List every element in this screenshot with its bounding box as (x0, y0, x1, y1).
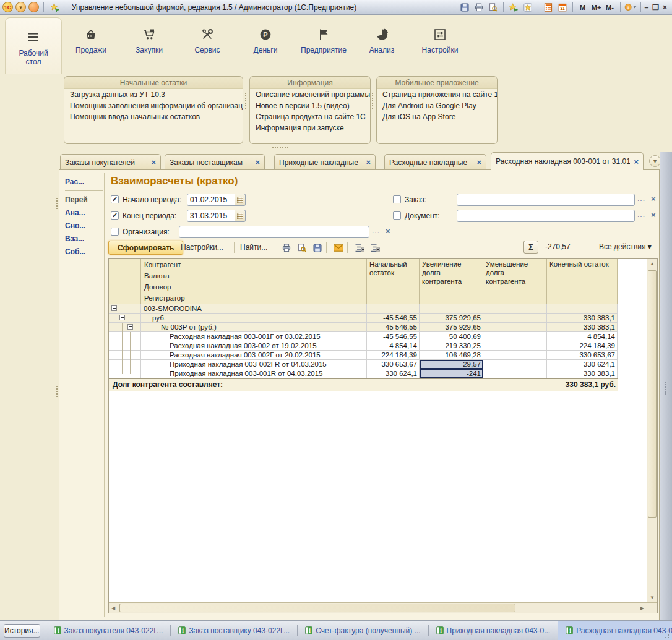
settings-button[interactable]: Настройки... (181, 243, 223, 252)
cell-value[interactable]: 375 929,65 (420, 314, 483, 323)
minimize-icon[interactable]: – (645, 3, 649, 12)
history-button[interactable]: История... (4, 624, 40, 638)
app-logo-icon[interactable]: 1С (2, 2, 13, 12)
table-row[interactable]: № 003Р от (руб.)-45 546,55375 929,65330 … (109, 323, 618, 332)
document-clear-icon[interactable]: × (651, 210, 656, 220)
cell-value[interactable] (483, 351, 547, 360)
tab-close-icon[interactable]: × (476, 158, 481, 166)
collapse-groups-icon[interactable] (353, 241, 366, 254)
order-clear-icon[interactable]: × (651, 194, 656, 203)
ribbon-section-service[interactable]: Сервис (178, 17, 236, 74)
tab-2[interactable]: Заказы поставщикам× (165, 154, 265, 170)
favorites-icon[interactable] (522, 2, 534, 13)
tab-5[interactable]: Расходная накладная 003-001 от 31.01....… (491, 152, 644, 170)
ribbon-section-analysis[interactable]: Анализ (353, 17, 411, 74)
panel-link[interactable]: Помощник ввода начальных остатков (64, 111, 243, 122)
close-icon[interactable]: × (663, 3, 667, 12)
panel-link[interactable]: Информация при запуске (250, 122, 370, 134)
document-input[interactable] (457, 210, 635, 222)
cell-value[interactable]: 330 383,1 (547, 323, 618, 332)
splitter-handle[interactable] (245, 93, 246, 109)
cell-value[interactable]: 330 653,67 (547, 351, 618, 360)
cell-value[interactable]: 224 184,39 (367, 351, 420, 360)
cell-value[interactable] (547, 304, 618, 314)
maximize-icon[interactable]: ❐ (652, 3, 659, 12)
cell-value[interactable] (483, 304, 547, 314)
document-checkbox[interactable] (393, 211, 401, 220)
order-checkbox[interactable] (393, 195, 401, 203)
cell-value[interactable] (420, 304, 483, 314)
collapse-expander-icon[interactable] (119, 315, 125, 320)
collapse-expander-icon[interactable] (111, 305, 117, 311)
scroll-up-icon[interactable]: ▲ (647, 261, 657, 267)
all-actions-button[interactable]: Все действия ▾ (599, 242, 652, 251)
cell-value[interactable]: 224 184,39 (547, 341, 618, 351)
scroll-down-icon[interactable]: ▼ (647, 595, 657, 600)
ribbon-section-desktop[interactable]: Рабочий стол (5, 17, 62, 74)
statusbar-document[interactable]: iРасходная накладная 043-0... (558, 621, 672, 640)
sum-button[interactable]: Σ (523, 241, 538, 254)
collapse-expander-icon[interactable] (127, 324, 133, 330)
organization-input[interactable] (179, 226, 369, 238)
splitter-handle[interactable] (272, 147, 288, 148)
cell-value[interactable]: 330 624,1 (547, 360, 618, 369)
panel-link[interactable]: Для iOS на App Store (377, 111, 497, 122)
ribbon-section-enterprise[interactable]: Предприятие (295, 17, 353, 74)
cell-value[interactable]: 4 854,14 (547, 332, 618, 341)
organization-select-icon[interactable]: ... (372, 226, 380, 235)
memory-button-m+[interactable]: M+ (590, 2, 603, 13)
cell-value[interactable]: -45 546,55 (367, 314, 420, 323)
ribbon-section-purchases[interactable]: Закупки (120, 17, 178, 74)
organization-clear-icon[interactable]: × (386, 226, 390, 236)
save-icon[interactable] (311, 241, 324, 254)
splitter-handle[interactable] (56, 198, 58, 209)
print-preview-icon[interactable] (295, 241, 309, 254)
table-row[interactable]: Расходная накладная 003-002 от 19.02.201… (109, 341, 618, 351)
document-select-icon[interactable]: ... (637, 210, 645, 219)
resize-grip-icon[interactable] (665, 633, 671, 639)
table-row[interactable]: Приходная накладная 003-001R от 04.03.20… (109, 369, 618, 378)
scrollbar-thumb[interactable] (119, 604, 515, 612)
print-preview-icon[interactable] (487, 2, 499, 13)
horizontal-scrollbar[interactable]: ◀ ▶ (109, 602, 647, 613)
mail-icon[interactable] (332, 241, 345, 254)
cell-value[interactable]: 219 330,25 (420, 341, 483, 351)
table-row[interactable]: Расходная накладная 003-002Г от 20.02.20… (109, 351, 618, 360)
cell-value[interactable] (483, 323, 547, 332)
calendar-icon[interactable]: 31 (556, 2, 569, 13)
period-end-checkbox[interactable]: ✓ (111, 211, 119, 220)
panel-link[interactable]: Описание изменений программы (250, 89, 370, 100)
order-input[interactable] (457, 194, 635, 206)
scroll-right-icon[interactable]: ▶ (640, 605, 644, 611)
period-start-checkbox[interactable]: ✓ (111, 195, 119, 203)
cell-value[interactable]: 106 469,28 (420, 351, 483, 360)
order-select-icon[interactable]: ... (637, 194, 645, 203)
tab-4[interactable]: Расходные накладные× (384, 154, 486, 170)
cell-value[interactable]: -29,57 (420, 360, 483, 369)
tab-close-icon[interactable]: × (634, 158, 639, 166)
splitter-handle[interactable] (56, 386, 58, 397)
cell-value[interactable]: 375 929,65 (420, 323, 483, 332)
ribbon-section-sales[interactable]: Продажи (62, 17, 120, 74)
period-end-input[interactable] (187, 210, 235, 222)
main-menu-arrow-icon[interactable]: ▾ (15, 2, 26, 12)
find-button[interactable]: Найти... (240, 243, 267, 252)
vertical-scrollbar[interactable]: ▲ ▼ (647, 259, 657, 602)
splitter-handle[interactable] (372, 93, 373, 109)
cell-value[interactable]: -45 546,55 (367, 323, 420, 332)
table-row[interactable]: Расходная накладная 003-001Г от 03.02.20… (109, 332, 618, 341)
statusbar-document[interactable]: iСчет-фактура (полученный) ... (298, 621, 428, 640)
calendar-picker-icon[interactable] (235, 210, 246, 222)
cell-value[interactable] (483, 314, 547, 323)
splitter-handle[interactable] (665, 382, 666, 395)
panel-link[interactable]: Загрузка данных из УТ 10.3 (64, 89, 243, 100)
tab-1[interactable]: Заказы покупателей× (60, 154, 161, 170)
cell-value[interactable]: 330 653,67 (367, 360, 420, 369)
table-row[interactable]: руб.-45 546,55375 929,65330 383,1 (109, 314, 618, 323)
statusbar-document[interactable]: iЗаказ покупателя 043-022Г... (46, 621, 171, 640)
panel-link[interactable]: Для Android на Google Play (377, 100, 497, 111)
calculator-icon[interactable] (542, 2, 554, 13)
info-button[interactable]: i (624, 2, 637, 13)
print-icon[interactable] (473, 2, 485, 13)
panel-link[interactable]: Новое в версии 1.5 (видео) (250, 100, 370, 111)
